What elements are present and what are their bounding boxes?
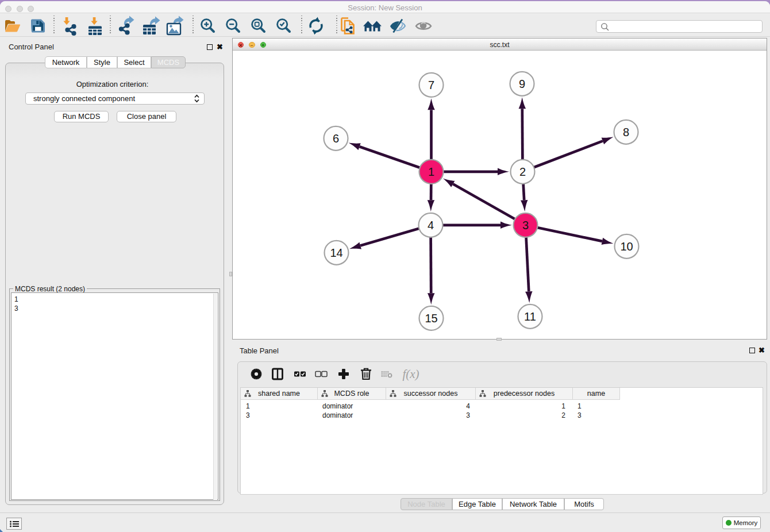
svg-text:f(x): f(x) xyxy=(402,367,419,381)
svg-text:15: 15 xyxy=(425,312,437,325)
svg-text:9: 9 xyxy=(519,78,525,90)
svg-text:3: 3 xyxy=(522,219,529,232)
svg-text:4: 4 xyxy=(428,219,434,232)
svg-text:10: 10 xyxy=(620,240,633,253)
svg-text:2: 2 xyxy=(519,165,526,178)
svg-text:6: 6 xyxy=(333,132,339,145)
svg-text:7: 7 xyxy=(428,79,434,91)
svg-text:11: 11 xyxy=(524,310,536,323)
svg-text:8: 8 xyxy=(623,126,629,138)
svg-text:14: 14 xyxy=(330,246,342,259)
svg-text:1: 1 xyxy=(428,165,434,178)
